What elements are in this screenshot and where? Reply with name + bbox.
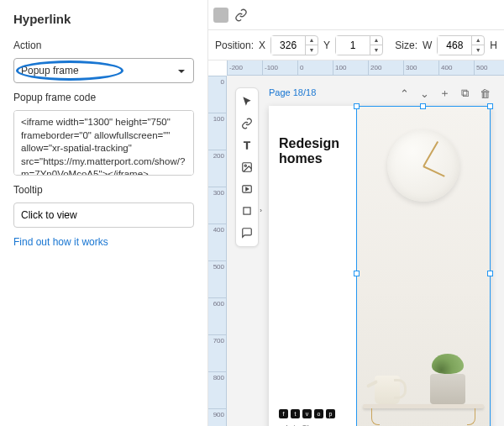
- ruler-tick: 600: [208, 297, 226, 334]
- ruler-tick: 300: [403, 60, 438, 75]
- stepper-up-icon[interactable]: ▲: [306, 36, 318, 45]
- page-photo: [356, 106, 491, 426]
- top-toolbar: [208, 0, 504, 30]
- ruler-tick: 500: [208, 260, 226, 297]
- shelf: [363, 404, 484, 408]
- help-link[interactable]: Find out how it works: [13, 236, 194, 248]
- x-input[interactable]: ▲▼: [270, 35, 318, 55]
- page-spread[interactable]: Redesignhomes ftvop redesign@homes.com: [269, 106, 491, 426]
- hyperlink-panel: Hyperlink Action Popup frame Popup frame…: [0, 0, 208, 426]
- h-label: H: [490, 39, 497, 51]
- link-icon[interactable]: [234, 8, 249, 23]
- position-label: Position:: [215, 39, 254, 51]
- ruler-tick: -200: [227, 60, 262, 75]
- social-icon: t: [291, 409, 300, 418]
- ruler-tick: 100: [333, 60, 368, 75]
- tooltip-input[interactable]: [13, 202, 194, 228]
- ruler-tick: 200: [208, 150, 226, 187]
- popup-frame-code-input[interactable]: [13, 110, 194, 176]
- shelf-bracket: [371, 408, 380, 425]
- delete-page-icon[interactable]: 🗑: [475, 84, 494, 103]
- copy-page-icon[interactable]: ⧉: [455, 84, 474, 103]
- page-actions: ⌃ ⌄ ＋ ⧉ 🗑: [395, 84, 494, 103]
- stepper-up-icon[interactable]: ▲: [370, 36, 382, 45]
- ruler-tick: 0: [297, 60, 333, 75]
- action-value: Popup frame: [21, 65, 79, 76]
- move-down-icon[interactable]: ⌄: [415, 84, 433, 103]
- plant-pot: [430, 374, 465, 404]
- panel-title: Hyperlink: [13, 12, 194, 26]
- stepper-down-icon[interactable]: ▼: [472, 45, 484, 55]
- watering-can: [375, 376, 400, 404]
- ruler-horizontal: -200-1000100200300400500600700: [227, 60, 504, 76]
- y-input[interactable]: ▲▼: [335, 35, 383, 55]
- ruler-tick: 700: [208, 334, 226, 371]
- action-label: Action: [13, 39, 194, 51]
- page-title-text: Redesignhomes: [279, 136, 346, 167]
- size-label: Size:: [395, 39, 417, 51]
- shape-tool-icon[interactable]: ›: [237, 201, 257, 221]
- w-label: W: [423, 39, 432, 51]
- ruler-tick: -100: [262, 60, 297, 75]
- page-indicator: Page 18/18: [269, 87, 316, 97]
- social-icon: o: [314, 409, 323, 418]
- ruler-tick: 900: [208, 408, 226, 426]
- cursor-tool-icon[interactable]: [237, 92, 257, 112]
- add-page-icon[interactable]: ＋: [435, 84, 454, 103]
- ruler-tick: 100: [208, 113, 226, 150]
- ruler-vertical: 0100200300400500600700800900: [208, 76, 227, 426]
- ruler-tick: 0: [208, 76, 226, 113]
- page-left-panel: Redesignhomes ftvop redesign@homes.com: [269, 106, 356, 426]
- canvas[interactable]: › Page 18/18 ⌃ ⌄ ＋ ⧉ 🗑 Redesignhomes ftv…: [227, 76, 504, 426]
- ruler-tick: 300: [208, 187, 226, 224]
- ruler-area: -200-1000100200300400500600700 010020030…: [208, 60, 504, 426]
- image-tool-icon[interactable]: [237, 157, 257, 177]
- svg-point-1: [244, 165, 246, 166]
- vertical-toolbar: ›: [235, 87, 259, 247]
- editor-area: Position: X ▲▼ Y ▲▼ Size: W ▲▼ H -200-10…: [208, 0, 504, 426]
- ruler-tick: 400: [208, 224, 226, 260]
- social-icon: f: [279, 409, 288, 418]
- video-tool-icon[interactable]: [237, 179, 257, 199]
- code-label: Popup frame code: [13, 92, 194, 103]
- social-icon: p: [326, 409, 335, 418]
- wall-clock: [387, 129, 459, 202]
- stepper-down-icon[interactable]: ▼: [370, 45, 382, 55]
- comment-tool-icon[interactable]: [237, 223, 257, 243]
- ruler-tick: 500: [474, 60, 504, 75]
- social-icons: ftvop: [279, 409, 335, 418]
- link-tool-icon[interactable]: [237, 113, 257, 134]
- ruler-tick: 800: [208, 371, 226, 408]
- color-swatch[interactable]: [213, 8, 228, 23]
- stepper-up-icon[interactable]: ▲: [472, 36, 484, 45]
- x-label: X: [259, 39, 265, 51]
- text-tool-icon[interactable]: [237, 135, 257, 155]
- action-select[interactable]: Popup frame: [13, 58, 194, 83]
- w-input[interactable]: ▲▼: [437, 35, 485, 55]
- y-label: Y: [323, 39, 330, 51]
- stepper-down-icon[interactable]: ▼: [306, 45, 318, 55]
- shelf-bracket: [467, 408, 475, 425]
- position-bar: Position: X ▲▼ Y ▲▼ Size: W ▲▼ H: [208, 30, 504, 60]
- ruler-tick: 200: [368, 60, 403, 75]
- svg-rect-3: [244, 208, 250, 214]
- ruler-tick: 400: [438, 60, 474, 75]
- social-icon: v: [302, 409, 312, 418]
- tooltip-label: Tooltip: [13, 184, 194, 196]
- collapse-up-icon[interactable]: ⌃: [395, 84, 413, 103]
